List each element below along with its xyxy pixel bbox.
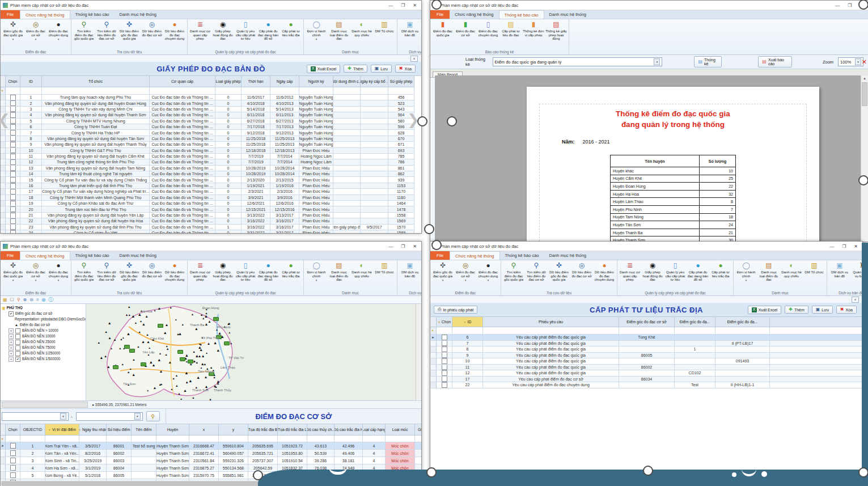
- cell[interactable]: [6, 225, 20, 230]
- cell[interactable]: 2315970.75: [189, 472, 219, 479]
- ribbon-button[interactable]: ●Cấp phát tư liệu trắc địa: [280, 261, 302, 278]
- cell[interactable]: [770, 365, 862, 371]
- cell[interactable]: [333, 171, 361, 177]
- cell[interactable]: 11: [452, 365, 483, 371]
- filter-cell[interactable]: [189, 436, 219, 442]
- titlebar[interactable]: Phần mềm cập nhật cơ sở dữ liệu đo đạc —…: [430, 1, 868, 10]
- cell[interactable]: 0: [215, 159, 242, 165]
- cell[interactable]: 12/6/2016: [270, 201, 299, 206]
- cell[interactable]: Phan Đức Hiếu: [299, 201, 333, 206]
- cell[interactable]: 6: [20, 124, 42, 130]
- column-header[interactable]: Số hiệu điểm: [107, 424, 132, 436]
- cell[interactable]: 1/19/2016: [270, 183, 299, 189]
- cell[interactable]: Huyện Thanh Sơn: [156, 450, 189, 457]
- ribbon-button[interactable]: ✜Dữ liệu điểm gốc đo đạc quốc gia: [118, 261, 141, 282]
- cell[interactable]: [6, 171, 20, 177]
- cell[interactable]: 4: [363, 450, 386, 457]
- tab-danh-muc-he-thong[interactable]: Danh mục hệ thống: [544, 10, 591, 19]
- issuance-grid[interactable]: ▼Chọn▼IDPhiếu yêu cầuĐiểm gốc đo đạc cơ …: [430, 317, 862, 472]
- filter-cell[interactable]: ▼: [1, 87, 6, 95]
- tab-chuc-nang-he-thong[interactable]: Chức năng hệ thống: [450, 251, 499, 260]
- ribbon-button[interactable]: ▤Thống kê giấy phép hoạt động: [545, 20, 568, 41]
- cell[interactable]: [333, 201, 361, 206]
- cell[interactable]: Cục Đo đạc bản đồ và Thông tin ...: [150, 130, 215, 136]
- ribbon-button[interactable]: ●Cấp phát tư liệu trắc địa: [280, 20, 302, 37]
- ribbon-button[interactable]: ◎Dữ liệu điểm đo đạc cơ sở: [141, 20, 163, 37]
- table-row[interactable]: 10Công ty TNHH G&T Phú ThọCục Đo đạc bản…: [1, 148, 421, 154]
- cell[interactable]: [1, 472, 6, 479]
- cell[interactable]: 15: [20, 177, 42, 183]
- filter-cell[interactable]: [219, 436, 248, 442]
- cell[interactable]: 550134.568: [219, 464, 248, 472]
- ribbon-button[interactable]: ▯Quản lý yêu cầu cấp phát tư liệu: [234, 20, 257, 41]
- cell[interactable]: Cục Đo đạc bản đồ và Thông tin ...: [150, 166, 215, 171]
- cell[interactable]: 560490.057: [219, 450, 248, 457]
- ribbon-button[interactable]: ⚲Tìm kiếm điểm đo đạc gốc quốc gia: [73, 261, 95, 282]
- monument-marker-icon[interactable]: [141, 362, 146, 366]
- table-row[interactable]: 11Văn phòng đăng ký quyền sử dụng đất hu…: [1, 154, 421, 159]
- cell[interactable]: [333, 124, 361, 130]
- cell[interactable]: [430, 358, 437, 365]
- cell[interactable]: 3/13/2022: [242, 213, 270, 218]
- survey-point-marker-icon[interactable]: ▲: [165, 323, 168, 327]
- expand-icon[interactable]: +: [9, 345, 14, 350]
- cell[interactable]: [1, 100, 6, 106]
- cell[interactable]: [333, 230, 361, 234]
- cell[interactable]: [333, 166, 361, 171]
- cell[interactable]: 0: [215, 95, 242, 100]
- layer-tree-item[interactable]: Representation: ptdodacbd.DBO.DiemGocDoD…: [1, 316, 86, 322]
- cell[interactable]: [6, 230, 20, 234]
- tab-file[interactable]: File: [1, 251, 20, 260]
- scroll-up-icon[interactable]: ▲: [861, 75, 868, 82]
- survey-point-marker-icon[interactable]: ▲: [213, 340, 217, 345]
- cell[interactable]: 0: [215, 148, 242, 154]
- cell[interactable]: 1051910.54: [278, 457, 307, 464]
- filter-cell[interactable]: [452, 327, 483, 335]
- survey-point-marker-icon[interactable]: ▲: [97, 341, 100, 344]
- cell[interactable]: [715, 377, 770, 383]
- selection-handle[interactable]: [426, 467, 437, 477]
- table-row[interactable]: 20Trung tâm xúc tiến đầu tư Phú ThọCục Đ…: [1, 206, 421, 212]
- cell[interactable]: Huyện Thanh Sơn: [156, 442, 189, 450]
- cell[interactable]: [437, 382, 452, 388]
- ribbon-button[interactable]: ▯Điểm đo đạc chuyên dụng: [477, 20, 499, 37]
- cell[interactable]: 4: [20, 464, 45, 472]
- cell[interactable]: 18: [20, 195, 42, 201]
- unchecked-checkbox-icon[interactable]: [15, 340, 20, 345]
- cell[interactable]: [770, 341, 862, 347]
- cell[interactable]: Công ty TNHH Một thành viên Minh Quang P…: [42, 195, 150, 201]
- ribbon-button[interactable]: ≣Danh mục cơ quan cấp phép: [619, 261, 641, 282]
- cell[interactable]: 205635.721: [248, 450, 278, 457]
- tab-thong-ke-bao-cao[interactable]: Thống kê báo cáo: [500, 251, 544, 260]
- table-row[interactable]: 22Yêu cầu cấp phát điểm đo đạc chuyên dụ…: [430, 382, 862, 388]
- column-header[interactable]: y: [219, 424, 248, 436]
- cell[interactable]: [333, 189, 361, 195]
- cell[interactable]: 4/10/2013: [270, 100, 299, 106]
- filter-cell[interactable]: [361, 87, 388, 95]
- cell[interactable]: Xóm Hạ Sơn - xã ...: [45, 464, 79, 472]
- ribbon-button[interactable]: ◎Điểm đo đạc cơ sở▾: [24, 261, 47, 282]
- cell[interactable]: [1, 142, 6, 147]
- ribbon-button[interactable]: ✜Dữ liệu điểm gốc đo đạc quốc gia: [548, 261, 570, 282]
- cell[interactable]: 39.286: [307, 457, 335, 464]
- ribbon-button[interactable]: ✜Điểm gốc đo đạc quốc gia▾: [2, 261, 24, 282]
- cell[interactable]: [1, 225, 6, 230]
- cell[interactable]: 11/6/2017: [242, 95, 270, 100]
- column-header[interactable]: ID: [20, 76, 42, 87]
- zoom-rect-icon[interactable]: ⌗: [36, 297, 39, 302]
- row-checkbox[interactable]: [442, 382, 447, 388]
- ribbon-button[interactable]: ◯Đơn vị hành chính▾: [735, 261, 757, 282]
- filter-cell[interactable]: [415, 436, 421, 442]
- table-row[interactable]: 17Yêu cầu cấp phát điểm đo đạc cơ sở8603…: [430, 377, 862, 383]
- cell[interactable]: [437, 365, 452, 371]
- cell[interactable]: [415, 450, 421, 457]
- tab-chuc-nang-he-thong[interactable]: Chức năng hệ thống: [20, 251, 70, 260]
- cell[interactable]: Cục Đo đạc bản đồ và Thông tin ...: [150, 142, 215, 147]
- expand-icon[interactable]: +: [9, 351, 14, 356]
- cell[interactable]: [333, 195, 361, 201]
- cell[interactable]: Cục Đo đạc bản đồ và Thông tin ...: [150, 107, 215, 112]
- cell[interactable]: 0: [215, 107, 242, 112]
- maximize-button[interactable]: ❐: [401, 3, 405, 8]
- cell[interactable]: Cục Đo đạc bản đồ và Thông tin ...: [150, 148, 215, 154]
- survey-point-marker-icon[interactable]: ▲: [108, 321, 112, 325]
